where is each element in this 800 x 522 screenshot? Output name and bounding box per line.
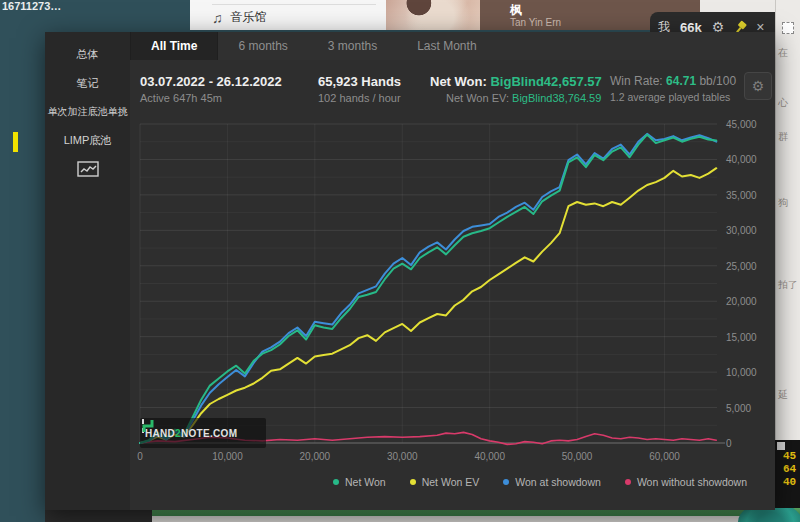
net-won-value: BigBlind42,657.57 — [490, 74, 601, 89]
background-window-bottom-light — [152, 516, 800, 522]
win-rate-line: Win Rate: 64.71 bb/100 — [610, 74, 736, 88]
legend-dot — [410, 479, 416, 485]
hand2note-logo-icon — [140, 418, 156, 434]
legend-label: Won without showdown — [637, 476, 747, 488]
x-axis-tick-label: 20,000 — [293, 451, 337, 462]
series-won-at-showdown — [140, 134, 716, 443]
series-net-won — [140, 135, 716, 443]
winnings-chart: 05,00010,00015,00020,00025,00030,00035,0… — [130, 114, 775, 510]
legend-item-net-won[interactable]: Net Won — [333, 476, 386, 488]
y-axis-tick-label: 0 — [726, 438, 774, 449]
legend-item-won-without-showdown[interactable]: Won without showdown — [625, 476, 747, 488]
avg-tables: 1.2 average played tables — [610, 91, 736, 103]
x-axis-tick-label: 0 — [118, 451, 162, 462]
chat-text-fragment: 在 — [778, 46, 800, 60]
chat-text-fragment: 群 — [778, 130, 800, 144]
legend-label: Won at showdown — [515, 476, 601, 488]
sidebar-item-graph[interactable] — [45, 155, 130, 177]
yellow-indicator-dash — [13, 132, 18, 152]
series-net-won-ev — [140, 168, 716, 443]
hand2note-stats-window: 总体笔记单次加注底池单挑LIMP底池 All Time6 months3 mon… — [45, 32, 775, 510]
stats-row: 03.07.2022 - 26.12.2022 Active 647h 45m … — [130, 72, 775, 112]
y-axis-tick-label: 40,000 — [726, 154, 774, 165]
x-axis-tick-label: 60,000 — [643, 451, 687, 462]
sidebar-item[interactable]: 笔记 — [45, 69, 130, 98]
tab-all-time[interactable]: All Time — [130, 32, 218, 60]
x-axis-tick-label: 50,000 — [555, 451, 599, 462]
chat-text-fragment: 拍了 — [778, 278, 800, 292]
poker-hud-stat: 45 — [783, 450, 796, 462]
desktop-corner-text: 16711273… — [2, 0, 61, 12]
x-axis-tick-label: 40,000 — [468, 451, 512, 462]
tab-last-month[interactable]: Last Month — [397, 32, 496, 60]
tab-6-months[interactable]: 6 months — [218, 32, 307, 60]
dashed-square-icon — [782, 22, 794, 34]
music-note-icon: ♫ — [212, 10, 223, 26]
legend-label: Net Won EV — [422, 476, 480, 488]
legend-dot — [503, 479, 509, 485]
hud-square-icon — [777, 442, 785, 450]
y-axis-tick-label: 5,000 — [726, 403, 774, 414]
y-axis-tick-label: 10,000 — [726, 367, 774, 378]
watermark-text: HAND2NOTE.COM — [145, 428, 237, 439]
win-rate-value: 64.71 — [666, 74, 696, 88]
screen: 16711273… ♫ 音乐馆 枫 Tan Yin Ern 在心群狗拍了延安 4… — [0, 0, 800, 522]
chat-text-fragment: 延 — [778, 388, 800, 402]
net-won-ev-value: BigBlind38,764.59 — [512, 92, 601, 104]
music-app-label: 音乐馆 — [231, 9, 267, 26]
legend-dot — [625, 479, 631, 485]
legend-item-net-won-ev[interactable]: Net Won EV — [410, 476, 480, 488]
tab-3-months[interactable]: 3 months — [308, 32, 397, 60]
hands-count: 65,923 Hands — [318, 74, 401, 89]
chat-text-fragment: 心 — [778, 96, 800, 110]
x-axis-tick-label: 10,000 — [205, 451, 249, 462]
y-axis-tick-label: 30,000 — [726, 225, 774, 236]
chat-text-fragment: 狗 — [778, 196, 800, 210]
chart-legend: Net WonNet Won EVWon at showdownWon with… — [333, 476, 747, 488]
y-axis-tick-label: 45,000 — [726, 119, 774, 130]
chart-line-icon — [77, 161, 99, 177]
time-range-tabbar: All Time6 months3 monthsLast Month — [130, 32, 775, 60]
sidebar: 总体笔记单次加注底池单挑LIMP底池 — [45, 32, 130, 510]
active-time: Active 647h 45m — [140, 92, 282, 104]
y-axis-tick-label: 15,000 — [726, 332, 774, 343]
hands-per-hour: 102 hands / hour — [318, 92, 401, 104]
poker-hud-stat: 64 — [783, 463, 796, 475]
x-axis-tick-label: 30,000 — [380, 451, 424, 462]
main-panel: All Time6 months3 monthsLast Month 03.07… — [130, 32, 775, 510]
legend-dot — [333, 479, 339, 485]
y-axis-tick-label: 20,000 — [726, 296, 774, 307]
net-won-line: Net Won: BigBlind42,657.57 — [430, 74, 602, 89]
sidebar-item[interactable]: 总体 — [45, 40, 130, 69]
chart-settings-gear-icon[interactable]: ⚙ — [744, 72, 772, 100]
poker-hud-stat: 40 — [783, 476, 796, 488]
song-artist: Tan Yin Ern — [510, 17, 561, 28]
sidebar-item[interactable]: 单次加注底池单挑 — [45, 98, 130, 126]
hand2note-watermark: HAND2NOTE.COM — [140, 418, 266, 448]
legend-item-won-at-showdown[interactable]: Won at showdown — [503, 476, 601, 488]
chart-plot-area[interactable] — [130, 114, 775, 450]
y-axis-tick-label: 25,000 — [726, 261, 774, 272]
legend-label: Net Won — [345, 476, 386, 488]
album-art-photo[interactable] — [386, 0, 480, 30]
poker-hud-overlay: 456440 — [775, 440, 800, 508]
sidebar-item[interactable]: LIMP底池 — [45, 126, 130, 155]
music-app-panel[interactable]: ♫ 音乐馆 — [190, 0, 386, 30]
net-won-ev-line: Net Won EV: BigBlind38,764.59 — [430, 92, 602, 104]
date-range: 03.07.2022 - 26.12.2022 — [140, 74, 282, 89]
y-axis-tick-label: 35,000 — [726, 190, 774, 201]
